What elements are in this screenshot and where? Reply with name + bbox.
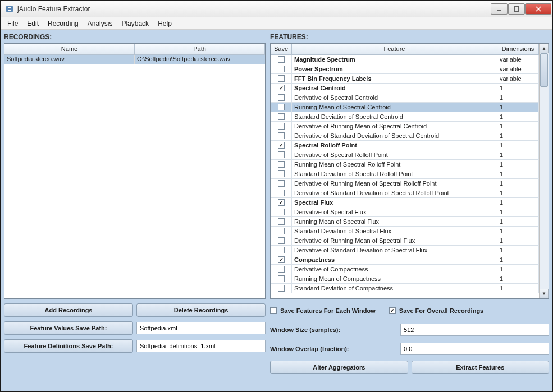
- save-each-window-option[interactable]: Save Features For Each Window: [270, 307, 376, 314]
- add-recordings-button[interactable]: Add Recordings: [4, 303, 133, 317]
- window-overlap-input[interactable]: [400, 343, 549, 355]
- close-button[interactable]: [525, 3, 551, 15]
- save-each-window-checkbox[interactable]: [270, 307, 277, 314]
- table-row[interactable]: Standard Deviation of Spectral Flux1: [271, 227, 539, 236]
- menu-playback[interactable]: Playback: [117, 18, 153, 29]
- feature-save-checkbox[interactable]: [278, 209, 285, 215]
- feature-save-cell[interactable]: [271, 169, 292, 178]
- table-row[interactable]: Spectral Rolloff Point1: [271, 141, 539, 150]
- feature-save-checkbox[interactable]: [278, 180, 285, 187]
- feature-save-cell[interactable]: [271, 274, 292, 283]
- feature-save-checkbox[interactable]: [278, 266, 285, 273]
- table-row[interactable]: Derivative of Standard Deviation of Spec…: [271, 246, 539, 255]
- table-row[interactable]: Derivative of Spectral Flux1: [271, 207, 539, 217]
- table-row[interactable]: Running Mean of Spectral Rolloff Point1: [271, 160, 539, 169]
- menu-help[interactable]: Help: [153, 18, 176, 29]
- feature-save-checkbox[interactable]: [278, 132, 285, 139]
- table-row[interactable]: Standard Deviation of Spectral Centroid1: [271, 112, 539, 122]
- feature-save-cell[interactable]: [271, 160, 292, 169]
- save-overall-option[interactable]: Save For Overall Recordings: [389, 307, 483, 314]
- feature-save-checkbox[interactable]: [278, 218, 285, 225]
- feature-save-checkbox[interactable]: [278, 85, 285, 91]
- feature-save-checkbox[interactable]: [278, 247, 285, 253]
- feature-defs-path-input[interactable]: [136, 340, 266, 352]
- feat-header-dim[interactable]: Dimensions: [497, 44, 539, 54]
- recordings-table[interactable]: Name Path Softpedia stereo.wavC:\Softped…: [4, 43, 266, 299]
- table-row[interactable]: Softpedia stereo.wavC:\Softpedia\Softped…: [4, 55, 265, 64]
- table-row[interactable]: Derivative of Spectral Centroid1: [271, 93, 539, 103]
- feature-save-cell[interactable]: [271, 227, 292, 236]
- feature-save-checkbox[interactable]: [278, 256, 285, 263]
- feature-save-cell[interactable]: [271, 246, 292, 255]
- feature-save-checkbox[interactable]: [278, 94, 285, 101]
- feature-save-checkbox[interactable]: [278, 66, 285, 72]
- feature-save-checkbox[interactable]: [278, 56, 285, 63]
- feat-header-save[interactable]: Save: [271, 44, 292, 54]
- maximize-button[interactable]: [508, 3, 525, 15]
- feature-save-cell[interactable]: [271, 236, 292, 245]
- table-row[interactable]: FFT Bin Frequency Labelsvariable: [271, 74, 539, 84]
- rec-header-name[interactable]: Name: [4, 44, 135, 54]
- alter-aggregators-button[interactable]: Alter Aggregators: [270, 361, 408, 374]
- table-row[interactable]: Running Mean of Spectral Flux1: [271, 217, 539, 227]
- feature-save-checkbox[interactable]: [278, 113, 285, 120]
- table-row[interactable]: Spectral Centroid1: [271, 84, 539, 93]
- menu-edit[interactable]: Edit: [22, 18, 43, 29]
- feature-save-checkbox[interactable]: [278, 151, 285, 158]
- rec-header-path[interactable]: Path: [135, 44, 265, 54]
- feature-save-cell[interactable]: [271, 131, 292, 140]
- feature-save-cell[interactable]: [271, 188, 292, 197]
- feature-save-cell[interactable]: [271, 265, 292, 274]
- feature-save-cell[interactable]: [271, 179, 292, 188]
- feature-save-checkbox[interactable]: [278, 142, 285, 149]
- titlebar[interactable]: jAudio Feature Extractor: [1, 1, 552, 17]
- feature-save-cell[interactable]: [271, 103, 292, 112]
- feature-save-cell[interactable]: [271, 84, 292, 93]
- feature-save-cell[interactable]: [271, 55, 292, 64]
- table-row[interactable]: Derivative of Running Mean of Spectral R…: [271, 179, 539, 188]
- feature-save-checkbox[interactable]: [278, 285, 285, 292]
- delete-recordings-button[interactable]: Delete Recordings: [136, 303, 266, 317]
- feature-save-checkbox[interactable]: [278, 161, 285, 168]
- table-row[interactable]: Derivative of Running Mean of Spectral C…: [271, 122, 539, 131]
- table-row[interactable]: Running Mean of Compactness1: [271, 274, 539, 284]
- table-row[interactable]: Derivative of Running Mean of Spectral F…: [271, 236, 539, 246]
- feature-save-cell[interactable]: [271, 74, 292, 83]
- feature-save-checkbox[interactable]: [278, 170, 285, 177]
- feature-save-checkbox[interactable]: [278, 237, 285, 244]
- table-row[interactable]: Derivative of Compactness1: [271, 265, 539, 274]
- table-row[interactable]: Standard Deviation of Spectral Rolloff P…: [271, 169, 539, 179]
- table-row[interactable]: Standard Deviation of Compactness1: [271, 284, 539, 293]
- scroll-thumb[interactable]: [540, 53, 548, 87]
- table-row[interactable]: Compactness1: [271, 255, 539, 265]
- feature-save-cell[interactable]: [271, 122, 292, 131]
- minimize-button[interactable]: [491, 3, 508, 15]
- features-body[interactable]: Magnitude SpectrumvariablePower Spectrum…: [271, 55, 539, 298]
- scroll-down-icon[interactable]: ▼: [540, 289, 549, 298]
- table-row[interactable]: Derivative of Standard Deviation of Spec…: [271, 188, 539, 198]
- save-overall-checkbox[interactable]: [389, 307, 396, 314]
- feature-save-cell[interactable]: [271, 207, 292, 216]
- feature-save-checkbox[interactable]: [278, 190, 285, 196]
- features-scrollbar[interactable]: ▲ ▼: [539, 44, 549, 298]
- feat-header-feature[interactable]: Feature: [292, 44, 497, 54]
- table-row[interactable]: Derivative of Standard Deviation of Spec…: [271, 131, 539, 141]
- feature-defs-path-label[interactable]: Feature Definitions Save Path:: [4, 339, 133, 353]
- feature-save-checkbox[interactable]: [278, 228, 285, 234]
- menu-analysis[interactable]: Analysis: [83, 18, 117, 29]
- feature-save-cell[interactable]: [271, 112, 292, 121]
- feature-save-cell[interactable]: [271, 198, 292, 207]
- feature-save-checkbox[interactable]: [278, 199, 285, 206]
- recordings-body[interactable]: Softpedia stereo.wavC:\Softpedia\Softped…: [4, 55, 265, 298]
- feature-save-checkbox[interactable]: [278, 104, 285, 110]
- table-row[interactable]: Running Mean of Spectral Centroid1: [271, 103, 539, 112]
- menu-file[interactable]: File: [3, 18, 22, 29]
- feature-save-cell[interactable]: [271, 93, 292, 102]
- table-row[interactable]: Derivative of Spectral Rolloff Point1: [271, 150, 539, 160]
- feature-values-path-input[interactable]: [136, 322, 266, 334]
- menu-recording[interactable]: Recording: [43, 18, 83, 29]
- feature-save-cell[interactable]: [271, 255, 292, 264]
- feature-save-checkbox[interactable]: [278, 123, 285, 130]
- feature-values-path-label[interactable]: Feature Values Save Path:: [4, 321, 133, 335]
- table-row[interactable]: Power Spectrumvariable: [271, 64, 539, 74]
